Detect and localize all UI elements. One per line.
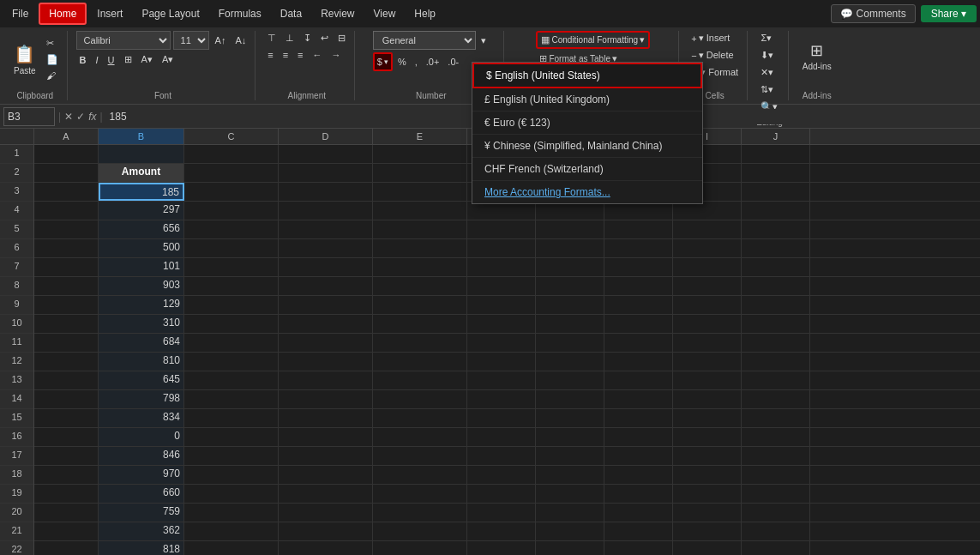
align-top-button[interactable]: ⊤ <box>264 31 280 45</box>
cell[interactable] <box>184 296 279 314</box>
cell[interactable] <box>279 202 373 220</box>
paste-button[interactable]: 📋 Paste <box>9 40 41 79</box>
cell[interactable] <box>184 334 279 352</box>
italic-button[interactable]: I <box>93 53 102 67</box>
cell[interactable] <box>536 371 604 389</box>
cell[interactable] <box>373 277 467 295</box>
cell[interactable] <box>34 202 99 220</box>
cell[interactable] <box>184 504 279 522</box>
cell[interactable] <box>184 390 279 408</box>
decrease-font-button[interactable]: A↓ <box>231 33 250 47</box>
cell[interactable] <box>536 220 604 238</box>
row-header-8[interactable]: 8 <box>0 277 33 296</box>
menu-page-layout[interactable]: Page Layout <box>133 4 207 23</box>
cell[interactable] <box>373 353 467 371</box>
format-painter-button[interactable]: 🖌 <box>43 69 62 82</box>
cell[interactable] <box>34 258 99 276</box>
cell[interactable] <box>467 390 536 408</box>
cell[interactable] <box>184 428 279 446</box>
align-center-button[interactable]: ≡ <box>280 48 292 62</box>
cell[interactable] <box>742 522 810 540</box>
cell[interactable] <box>673 466 742 484</box>
row-header-21[interactable]: 21 <box>0 522 33 541</box>
cell[interactable] <box>184 315 279 333</box>
align-bottom-button[interactable]: ↧ <box>300 31 315 45</box>
cell[interactable] <box>373 145 467 163</box>
cell[interactable] <box>279 164 373 182</box>
menu-formulas[interactable]: Formulas <box>210 4 270 23</box>
cell[interactable] <box>34 353 99 371</box>
insert-cells-button[interactable]: + ▾ Insert <box>688 31 742 45</box>
col-header-e[interactable]: E <box>373 129 467 144</box>
cell[interactable] <box>673 277 742 295</box>
increase-font-button[interactable]: A↑ <box>212 33 230 47</box>
cell[interactable] <box>604 485 673 503</box>
cell[interactable] <box>279 220 373 238</box>
cell[interactable]: 101 <box>99 258 184 276</box>
cell[interactable] <box>467 277 536 295</box>
cell[interactable] <box>184 202 279 220</box>
cell[interactable] <box>279 371 373 389</box>
cell[interactable] <box>467 447 536 465</box>
row-header-20[interactable]: 20 <box>0 504 33 522</box>
cell[interactable] <box>279 296 373 314</box>
cell[interactable] <box>373 239 467 257</box>
row-header-18[interactable]: 18 <box>0 466 33 485</box>
cell[interactable] <box>279 239 373 257</box>
cell[interactable] <box>673 353 742 371</box>
formula-bar-cancel-icon[interactable]: ✕ <box>64 111 73 123</box>
menu-help[interactable]: Help <box>406 4 444 23</box>
cell[interactable] <box>536 541 604 555</box>
cell[interactable] <box>673 522 742 540</box>
bold-button[interactable]: B <box>76 53 90 67</box>
cell[interactable] <box>742 409 810 427</box>
row-header-16[interactable]: 16 <box>0 428 33 447</box>
col-header-b[interactable]: B <box>99 129 184 144</box>
cell[interactable] <box>34 541 99 555</box>
menu-file[interactable]: File <box>3 4 37 23</box>
copy-button[interactable]: 📄 <box>43 52 62 67</box>
cell[interactable] <box>279 145 373 163</box>
cell[interactable] <box>536 239 604 257</box>
cell[interactable] <box>536 258 604 276</box>
cell[interactable] <box>184 466 279 484</box>
cell[interactable] <box>279 277 373 295</box>
cell[interactable] <box>34 466 99 484</box>
cell[interactable] <box>742 371 810 389</box>
cell[interactable] <box>673 504 742 522</box>
conditional-formatting-button[interactable]: ▦ Conditional Formatting ▾ <box>536 31 650 49</box>
cell[interactable]: 660 <box>99 485 184 503</box>
cell[interactable] <box>373 409 467 427</box>
cell[interactable] <box>742 390 810 408</box>
cell[interactable] <box>34 371 99 389</box>
cell[interactable] <box>604 541 673 555</box>
indent-increase-button[interactable]: → <box>328 48 345 62</box>
merge-button[interactable]: ⊟ <box>334 31 349 45</box>
cell[interactable] <box>604 428 673 446</box>
cell[interactable] <box>279 522 373 540</box>
cell[interactable] <box>604 409 673 427</box>
cell[interactable] <box>742 504 810 522</box>
cell[interactable] <box>536 202 604 220</box>
cell[interactable] <box>467 220 536 238</box>
cell[interactable] <box>673 390 742 408</box>
cell[interactable] <box>279 504 373 522</box>
cell[interactable] <box>467 428 536 446</box>
dropdown-item-eur[interactable]: € Euro (€ 123) <box>472 112 702 135</box>
cell[interactable] <box>742 466 810 484</box>
cell[interactable] <box>673 315 742 333</box>
cell[interactable] <box>673 202 742 220</box>
cell[interactable] <box>467 485 536 503</box>
row-header-4[interactable]: 4 <box>0 202 33 220</box>
cell[interactable] <box>184 164 279 182</box>
cell[interactable] <box>604 447 673 465</box>
cell[interactable] <box>742 145 810 163</box>
cell[interactable]: 310 <box>99 315 184 333</box>
cell[interactable] <box>373 220 467 238</box>
dropdown-item-more-formats[interactable]: More Accounting Formats... <box>472 181 702 203</box>
cell[interactable]: 818 <box>99 541 184 555</box>
number-format-select[interactable]: General <box>373 31 476 50</box>
cell[interactable] <box>742 353 810 371</box>
delete-cells-button[interactable]: − ▾ Delete <box>688 48 742 63</box>
row-header-17[interactable]: 17 <box>0 447 33 466</box>
